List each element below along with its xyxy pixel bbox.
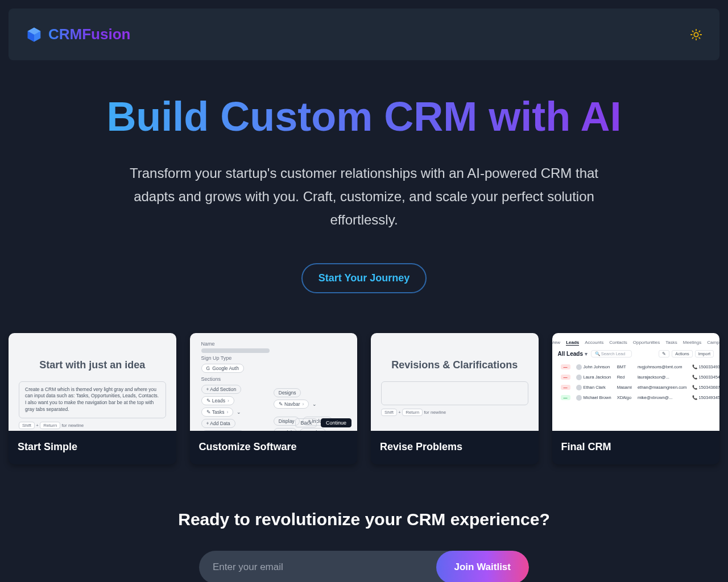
feature-cards: Start with just an idea Create a CRM whi…: [9, 333, 719, 464]
card-preview: Start with just an idea Create a CRM whi…: [9, 333, 176, 431]
card-label: Final CRM: [552, 431, 720, 464]
theme-toggle-sun-icon[interactable]: [690, 28, 702, 41]
card-label: Customize Software: [190, 431, 358, 464]
svg-point-0: [694, 32, 698, 36]
hero: Build Custom CRM with AI Transform your …: [9, 94, 719, 293]
card-revise-problems[interactable]: Revisions & Clarifications Shift + Retur…: [371, 333, 539, 464]
card-preview: Overview Leads Accounts Contacts Opportu…: [552, 333, 720, 431]
hero-subtitle: Transform your startup's customer relati…: [128, 162, 600, 231]
card-label: Start Simple: [9, 431, 176, 464]
preview-title: Start with just an idea: [19, 359, 166, 371]
preview-title: Revisions & Clarifications: [381, 359, 528, 371]
waitlist-section: Ready to revolutionize your CRM experien…: [9, 510, 719, 582]
start-journey-button[interactable]: Start Your Journey: [301, 263, 427, 293]
logo[interactable]: CRMFusion: [26, 26, 130, 43]
card-label: Revise Problems: [371, 431, 539, 464]
waitlist-form: Join Waitlist: [199, 551, 529, 582]
waitlist-title: Ready to revolutionize your CRM experien…: [9, 510, 719, 529]
card-preview: Revisions & Clarifications Shift + Retur…: [371, 333, 539, 431]
card-customize-software[interactable]: Name Sign Up Type G Google Auth Sections…: [190, 333, 358, 464]
preview-prompt: Create a CRM which is themed very light …: [19, 381, 166, 419]
card-start-simple[interactable]: Start with just an idea Create a CRM whi…: [9, 333, 176, 464]
cube-icon: [26, 26, 43, 43]
card-preview: Name Sign Up Type G Google Auth Sections…: [190, 333, 358, 431]
brand-name: CRMFusion: [48, 26, 130, 43]
preview-hint: Shift + Return for newline: [19, 422, 166, 429]
preview-hint: Shift + Return for newline: [381, 409, 528, 416]
header: CRMFusion: [9, 9, 719, 60]
email-input[interactable]: [199, 551, 436, 582]
join-waitlist-button[interactable]: Join Waitlist: [436, 551, 530, 582]
card-final-crm[interactable]: Overview Leads Accounts Contacts Opportu…: [552, 333, 720, 464]
hero-title: Build Custom CRM with AI: [31, 94, 697, 139]
